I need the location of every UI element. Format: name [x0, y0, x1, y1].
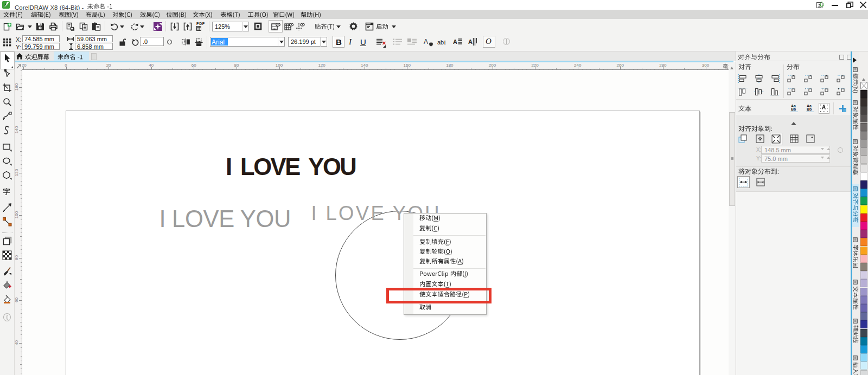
svg-text:A: A [453, 38, 457, 45]
svg-text:A: A [468, 38, 473, 45]
